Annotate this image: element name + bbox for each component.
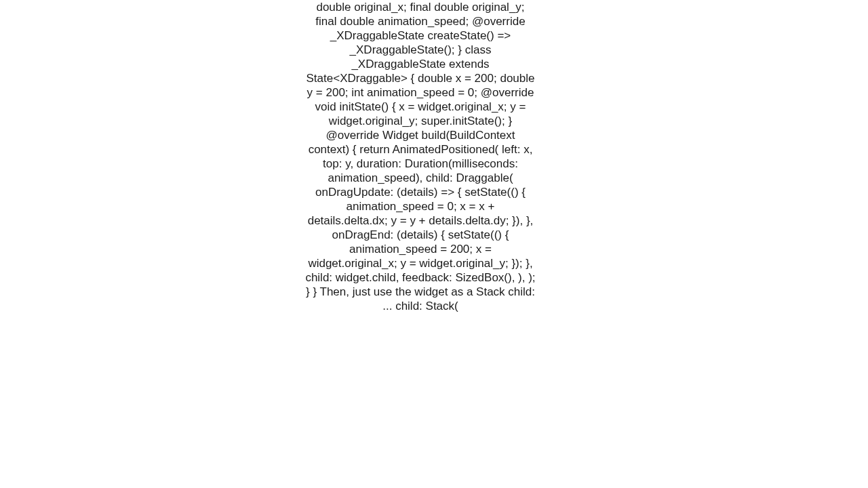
code-text-block: this.original_y, this.animation_speed = … <box>305 0 536 313</box>
